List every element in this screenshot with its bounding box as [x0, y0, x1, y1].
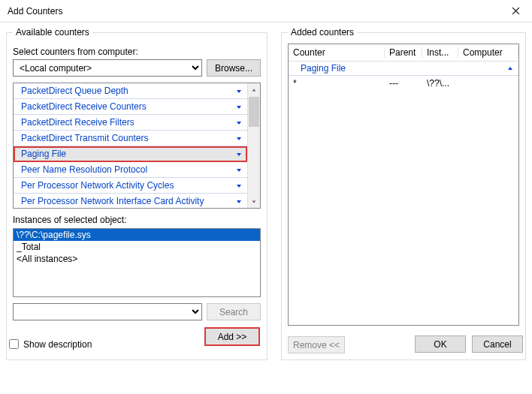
instances-label: Instances of selected object: [13, 215, 261, 225]
scroll-up-button[interactable] [248, 83, 260, 96]
counter-item-label: Peer Name Resolution Protocol [21, 164, 147, 175]
added-cell-parent: --- [385, 78, 422, 89]
search-combo[interactable] [13, 303, 202, 320]
scroll-down-button[interactable] [248, 195, 260, 208]
counters-list[interactable]: PacketDirect Queue DepthPacketDirect Rec… [13, 83, 261, 209]
added-cell-inst: \??\... [422, 78, 458, 89]
browse-button[interactable]: Browse... [207, 59, 261, 77]
counter-item-label: PacketDirect Receive Counters [21, 101, 147, 112]
chevron-down-icon [235, 119, 243, 126]
instance-item[interactable]: _Total [14, 241, 260, 253]
ok-button[interactable]: OK [415, 335, 466, 353]
instance-item[interactable]: <All instances> [14, 253, 260, 265]
added-group-row[interactable]: Paging File [289, 62, 518, 76]
chevron-down-icon [235, 87, 243, 95]
window-title: Add Counters [8, 6, 62, 17]
select-computer-label: Select counters from computer: [13, 47, 261, 57]
chevron-down-icon [235, 197, 243, 205]
added-counters-group: Added counters Counter Parent Inst... Co… [281, 27, 526, 360]
chevron-down-icon [235, 150, 243, 158]
added-counters-legend: Added counters [288, 27, 357, 38]
cancel-button[interactable]: Cancel [472, 335, 523, 353]
show-description-input[interactable] [9, 339, 19, 349]
counter-item-label: Per Processor Network Interface Card Act… [21, 196, 204, 206]
counters-scrollbar[interactable] [247, 83, 260, 208]
counter-item[interactable]: Peer Name Resolution Protocol [14, 162, 247, 178]
added-item-row[interactable]: *---\??\... [289, 76, 518, 90]
chevron-down-icon [235, 134, 243, 142]
col-inst[interactable]: Inst... [422, 47, 458, 58]
counter-item-label: PacketDirect Receive Filters [21, 117, 135, 128]
added-table-header[interactable]: Counter Parent Inst... Computer [289, 44, 518, 62]
available-counters-group: Available counters Select counters from … [6, 27, 268, 360]
col-counter[interactable]: Counter [289, 47, 385, 58]
chevron-down-icon [235, 182, 243, 189]
instances-list[interactable]: \??\C:\pagefile.sys_Total<All instances> [13, 228, 261, 297]
computer-combo[interactable]: <Local computer> [13, 59, 202, 77]
titlebar: Add Counters [0, 0, 532, 23]
instance-item[interactable]: \??\C:\pagefile.sys [14, 229, 260, 241]
added-cell-counter: * [289, 78, 385, 89]
counter-item-label: Paging File [21, 149, 66, 159]
counter-item-label: PacketDirect Queue Depth [21, 86, 128, 96]
counter-item[interactable]: Per Processor Network Interface Card Act… [14, 194, 247, 208]
counter-item[interactable]: PacketDirect Queue Depth [14, 83, 247, 99]
counter-item-label: PacketDirect Transmit Counters [21, 133, 148, 143]
added-group-label: Paging File [289, 63, 518, 74]
chevron-down-icon [235, 166, 243, 173]
chevron-down-icon [235, 103, 243, 110]
search-button[interactable]: Search [207, 303, 261, 320]
counter-item[interactable]: PacketDirect Receive Filters [14, 115, 247, 131]
col-computer[interactable]: Computer [458, 47, 518, 58]
counter-item[interactable]: PacketDirect Receive Counters [14, 99, 247, 115]
show-description-label: Show description [23, 339, 92, 350]
close-icon [512, 7, 520, 15]
chevron-up-icon [506, 64, 514, 74]
scroll-thumb[interactable] [249, 97, 259, 127]
show-description-checkbox[interactable]: Show description [9, 339, 92, 350]
counter-item-label: Per Processor Network Activity Cycles [21, 180, 174, 191]
counter-item[interactable]: Paging File [14, 146, 247, 162]
counter-item[interactable]: PacketDirect Transmit Counters [14, 131, 247, 146]
available-counters-legend: Available counters [13, 27, 92, 38]
close-button[interactable] [499, 0, 532, 23]
col-parent[interactable]: Parent [385, 47, 422, 58]
added-counters-table[interactable]: Counter Parent Inst... Computer Paging F… [288, 44, 519, 326]
counter-item[interactable]: Per Processor Network Activity Cycles [14, 178, 247, 194]
